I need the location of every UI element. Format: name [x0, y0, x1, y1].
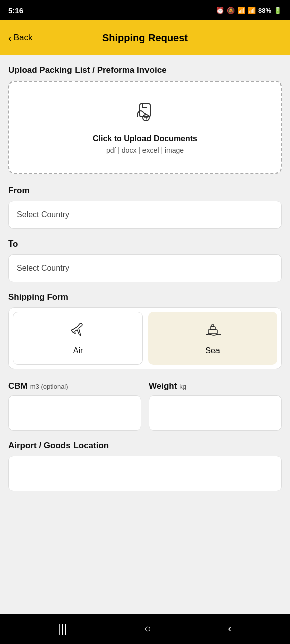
back-chevron-icon: ‹ [8, 32, 12, 44]
weight-input[interactable] [149, 395, 282, 431]
from-label: From [8, 186, 282, 196]
sea-label: Sea [205, 346, 220, 355]
from-placeholder: Select Country [17, 210, 69, 219]
weight-label: Weight kg [149, 381, 282, 391]
cbm-input[interactable] [8, 395, 141, 431]
from-section: From Select Country [8, 186, 282, 229]
bottom-nav: ||| ○ ‹ [0, 614, 290, 644]
back-button[interactable]: ‹ Back [8, 32, 32, 44]
airport-label: Airport / Goods Location [8, 441, 282, 451]
weight-section: Weight kg [149, 381, 282, 431]
airport-input[interactable] [8, 456, 282, 491]
upload-hint: pdf | docx | excel | image [106, 146, 184, 154]
sea-option[interactable]: Sea [148, 312, 277, 365]
content-area: Upload Packing List / Preforma Invoice C… [0, 55, 290, 614]
air-icon [69, 321, 87, 342]
upload-box[interactable]: Click to Upload Documents pdf | docx | e… [8, 80, 282, 174]
back-nav-icon: ‹ [228, 622, 231, 635]
header: ‹ Back Shipping Request [0, 20, 290, 55]
svg-rect-2 [208, 330, 218, 334]
page-title: Shipping Request [102, 32, 188, 44]
status-time: 5:16 [8, 6, 23, 15]
status-icons: ⏰ 🔕 📶 📶 88%🔋 [216, 7, 282, 14]
to-country-select[interactable]: Select Country [8, 254, 282, 282]
upload-text: Click to Upload Documents [93, 134, 197, 143]
upload-label: Upload Packing List / Preforma Invoice [8, 65, 282, 75]
status-bar: 5:16 ⏰ 🔕 📶 📶 88%🔋 [0, 0, 290, 20]
cbm-sub: m3 (optional) [30, 383, 68, 390]
sea-icon [204, 321, 222, 342]
nav-recent-apps-button[interactable]: ||| [54, 618, 71, 639]
upload-icon [133, 100, 157, 129]
air-option[interactable]: Air [13, 312, 143, 365]
to-label: To [8, 239, 282, 249]
upload-section: Upload Packing List / Preforma Invoice C… [8, 65, 282, 174]
recent-apps-icon: ||| [58, 622, 67, 635]
from-country-select[interactable]: Select Country [8, 201, 282, 229]
nav-home-button[interactable]: ○ [140, 618, 155, 639]
cbm-label: CBM m3 (optional) [8, 381, 141, 391]
svg-rect-3 [210, 327, 215, 330]
shipping-form-section: Shipping Form Air [8, 292, 282, 369]
to-placeholder: Select Country [17, 264, 69, 272]
home-icon: ○ [144, 622, 151, 635]
weight-sub: kg [179, 383, 186, 390]
cbm-section: CBM m3 (optional) [8, 381, 141, 431]
shipping-form-label: Shipping Form [8, 292, 282, 302]
svg-rect-4 [212, 325, 214, 327]
cbm-weight-row: CBM m3 (optional) Weight kg [8, 381, 282, 431]
air-label: Air [73, 346, 83, 355]
shipping-options-container: Air Sea [8, 307, 282, 369]
back-label: Back [14, 33, 33, 43]
nav-back-button[interactable]: ‹ [224, 618, 235, 639]
airport-section: Airport / Goods Location [8, 441, 282, 491]
to-section: To Select Country [8, 239, 282, 282]
